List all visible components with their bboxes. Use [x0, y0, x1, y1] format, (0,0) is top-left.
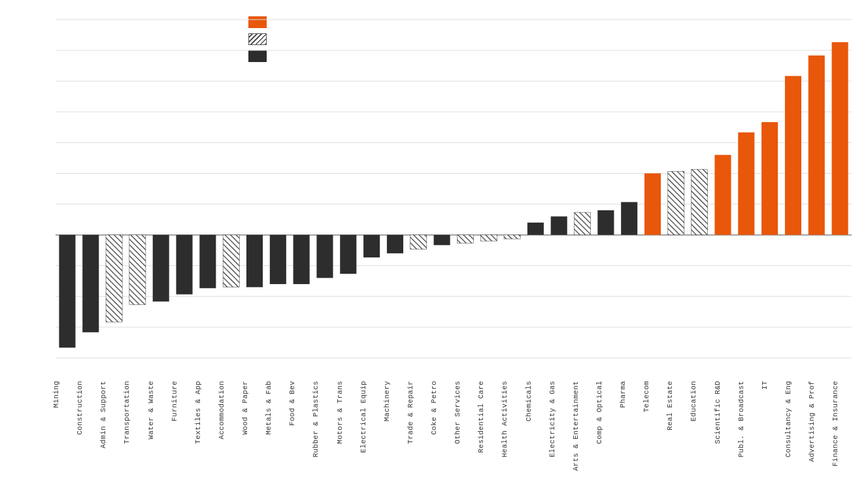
bar	[82, 235, 99, 332]
x-axis-label: Arts & Entertainment	[572, 381, 595, 471]
bar	[129, 235, 146, 305]
bar	[270, 235, 286, 284]
bar	[527, 223, 544, 235]
bar	[223, 235, 239, 287]
x-axis-label: Food & Bev	[288, 381, 312, 426]
x-axis-label: Other Services	[454, 381, 477, 444]
bar	[434, 235, 450, 246]
bar	[59, 235, 75, 348]
x-axis-label: Wood & Paper	[241, 381, 265, 435]
x-axis-label: Chemicals	[525, 381, 548, 421]
x-axis-label: Machinery	[383, 381, 407, 421]
x-axis-label: Metals & Fab	[265, 381, 288, 435]
x-axis-label: Scientific R&D	[714, 381, 737, 444]
x-axis-label: IT	[761, 381, 784, 390]
x-axis-label: Health Activities	[501, 381, 524, 457]
x-axis-label: Coke & Petro	[430, 381, 454, 435]
bar	[714, 155, 731, 234]
bar	[621, 202, 637, 234]
bar	[199, 235, 216, 289]
x-axis-label: Mining	[52, 381, 76, 408]
bar	[410, 235, 427, 249]
bar	[293, 235, 310, 284]
x-axis-label: Pharma	[619, 381, 643, 408]
chart-svg: -1.2-0.9-0.6-0.30.00.30.60.91.21.51.82.1	[52, 13, 855, 378]
bar	[363, 235, 380, 258]
x-axis-label: Residential Care	[477, 381, 501, 453]
x-axis-label: Motors & Trans	[336, 381, 359, 444]
bar	[692, 169, 708, 234]
bar	[387, 235, 403, 253]
bar	[457, 235, 473, 244]
x-axis-label: Publ. & Broadcast	[737, 381, 761, 457]
bar	[316, 235, 333, 278]
x-axis-label: Furniture	[171, 381, 194, 421]
bar	[761, 122, 778, 235]
bar	[246, 235, 263, 287]
bar	[597, 210, 614, 235]
bar	[340, 235, 356, 274]
bar	[644, 173, 661, 234]
x-axis-label: Advertising & Prof	[808, 381, 831, 462]
bar	[480, 235, 497, 241]
bar	[504, 235, 520, 239]
bar	[551, 216, 567, 234]
x-axis-label: Rubber & Plastics	[312, 381, 335, 457]
x-axis-label: Water & Waste	[147, 381, 171, 440]
x-axis-label: Trade & Repair	[407, 381, 430, 444]
bar	[153, 235, 169, 302]
bar	[106, 235, 122, 322]
bar	[668, 171, 684, 234]
x-axis-label: Real Estate	[666, 381, 690, 430]
x-axis-label: Education	[690, 381, 713, 421]
x-axis-label: Telecom	[643, 381, 666, 412]
bar	[176, 235, 192, 295]
bar	[785, 76, 801, 234]
x-axis-label: Accommodation	[218, 381, 241, 440]
x-axis-label: Consultancy & Eng	[784, 381, 808, 457]
x-axis-label: Transportation	[123, 381, 146, 444]
bar	[832, 42, 848, 235]
x-axis-label: Finance & Insurance	[831, 381, 855, 466]
chart-container: -1.2-0.9-0.6-0.30.00.30.60.91.21.51.82.1…	[0, 0, 868, 482]
bar	[809, 56, 825, 235]
x-axis-label: Construction	[76, 381, 99, 435]
x-axis-label: Comp & Optical	[595, 381, 619, 444]
bar	[574, 212, 590, 235]
x-axis-label: Electricity & Gas	[548, 381, 572, 457]
x-axis-label: Admin & Support	[99, 381, 123, 449]
x-axis-label: Textiles & App	[194, 381, 218, 444]
x-axis-label: Electrical Equip	[359, 381, 383, 453]
bar	[738, 133, 754, 235]
